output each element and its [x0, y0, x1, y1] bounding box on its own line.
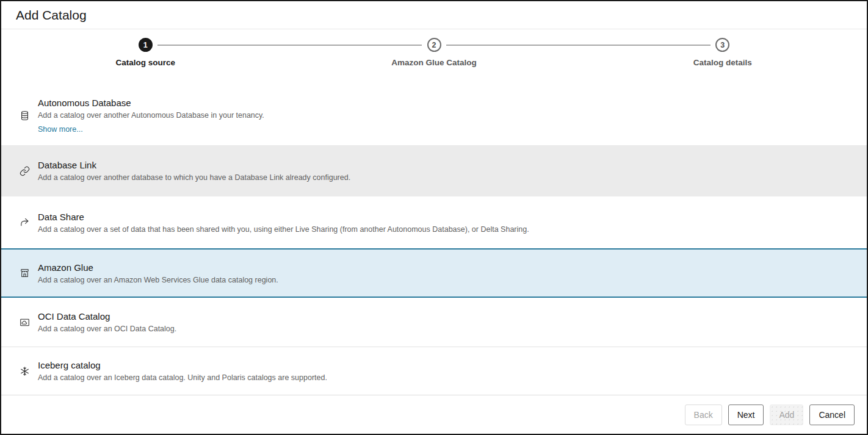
option-description: Add a catalog over a set of data that ha… [38, 225, 529, 234]
step-1-label: Catalog source [116, 58, 176, 67]
option-title: OCI Data Catalog [38, 311, 176, 322]
option-title: Autonomous Database [38, 98, 264, 108]
option-data-share[interactable]: Data Share Add a catalog over a set of d… [1, 196, 867, 248]
step-amazon-glue-catalog[interactable]: 2 Amazon Glue Catalog [290, 38, 579, 85]
option-amazon-glue[interactable]: Amazon Glue Add a catalog over an Amazon… [1, 248, 867, 298]
page-title: Add Catalog [16, 8, 87, 23]
wizard-stepper: 1 Catalog source 2 Amazon Glue Catalog 3… [1, 29, 867, 85]
option-oci-data-catalog[interactable]: OCI Data Catalog Add a catalog over an O… [1, 298, 867, 347]
database-icon [20, 109, 30, 123]
step-2-circle: 2 [427, 38, 441, 52]
dialog-footer: Back Next Add Cancel [1, 395, 867, 434]
back-button: Back [685, 404, 722, 425]
cancel-button[interactable]: Cancel [809, 404, 855, 425]
step-3-circle: 3 [715, 38, 729, 52]
option-title: Iceberg catalog [38, 360, 327, 370]
option-database-link[interactable]: Database Link Add a catalog over another… [1, 145, 867, 196]
option-description: Add a catalog over another database to w… [38, 173, 350, 182]
option-iceberg-catalog[interactable]: Iceberg catalog Add a catalog over an Ic… [1, 347, 867, 395]
dialog-header: Add Catalog [1, 1, 867, 29]
step-catalog-details[interactable]: 3 Catalog details [578, 38, 867, 85]
step-2-label: Amazon Glue Catalog [391, 58, 477, 67]
snowflake-icon [20, 364, 30, 378]
option-description: Add a catalog over an Iceberg data catal… [38, 373, 327, 382]
option-description: Add a catalog over an OCI Data Catalog. [38, 325, 176, 333]
option-title: Amazon Glue [38, 262, 278, 273]
show-more-link[interactable]: Show more... [38, 125, 83, 134]
option-description: Add a catalog over an Amazon Web Service… [38, 276, 278, 284]
catalog-source-list: Autonomous Database Add a catalog over a… [1, 85, 867, 395]
storefront-icon [20, 266, 30, 280]
step-catalog-source[interactable]: 1 Catalog source [1, 38, 290, 85]
option-title: Data Share [38, 212, 529, 222]
step-1-circle: 1 [139, 38, 153, 52]
add-catalog-dialog: Add Catalog 1 Catalog source 2 Amazon Gl… [0, 0, 868, 435]
next-button[interactable]: Next [728, 404, 764, 425]
link-icon [20, 164, 30, 178]
share-arrow-icon [20, 215, 30, 229]
cloud-folder-icon [20, 315, 30, 329]
step-3-label: Catalog details [693, 58, 752, 67]
option-autonomous-database[interactable]: Autonomous Database Add a catalog over a… [1, 85, 867, 145]
add-button: Add [770, 404, 803, 425]
option-description: Add a catalog over another Autonomous Da… [38, 111, 264, 120]
option-title: Database Link [38, 160, 350, 170]
